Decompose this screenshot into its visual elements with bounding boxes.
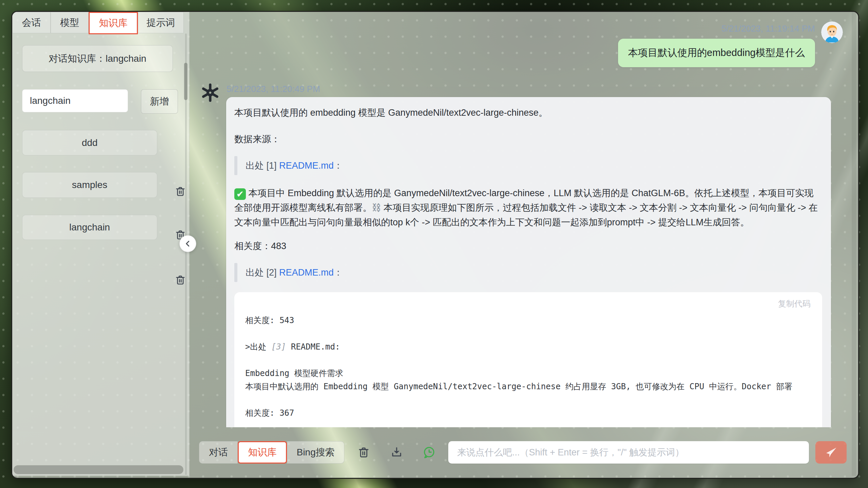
code-line: 本项目中默认选用的 Embedding 模型 GanymedeNil/text2…	[245, 380, 809, 393]
current-knowledge-base-button[interactable]: 对话知识库：langchain	[22, 45, 173, 72]
source-suffix: ：	[334, 161, 343, 171]
mode-chat-button[interactable]: 对话	[199, 441, 238, 464]
knowledge-base-name-input[interactable]	[22, 89, 128, 112]
tab-conversation[interactable]: 会话	[12, 12, 51, 33]
user-message-timestamp: 5/21/2023, 11:19:14 PM	[721, 23, 815, 34]
mode-bing-search-button[interactable]: Bing搜索	[287, 441, 344, 464]
clear-conversation-button[interactable]	[357, 446, 370, 459]
clock-icon	[422, 446, 436, 459]
quote-bar	[234, 263, 237, 282]
data-source-label: 数据来源：	[234, 132, 822, 146]
mode-knowledge-base-button[interactable]: 知识库	[238, 441, 287, 464]
add-knowledge-base-button[interactable]: 新增	[141, 89, 178, 114]
tab-prompts[interactable]: 提示词	[138, 12, 184, 33]
source-prefix: 出处 [2]	[246, 267, 279, 278]
code-block: 复制代码 相关度: 543 >出处 [3] README.md: Embeddi…	[234, 292, 822, 427]
message-input[interactable]	[448, 441, 809, 464]
app-window: 会话 模型 知识库 提示词 对话知识库：langchain 新增 ddd sam…	[11, 11, 859, 479]
delete-kb-samples-button[interactable]	[174, 185, 186, 198]
readme-link[interactable]: README.md	[279, 267, 334, 278]
tab-knowledge-base[interactable]: 知识库	[89, 12, 138, 34]
kb-item-ddd[interactable]: ddd	[22, 130, 157, 155]
avatar	[821, 21, 843, 43]
tab-model[interactable]: 模型	[51, 12, 89, 33]
sidebar-scrollbar-thumb[interactable]	[184, 63, 187, 100]
source-excerpt-paragraph: ✔ 本项目中 Embedding 默认选用的是 GanymedeNil/text…	[234, 186, 822, 230]
answer-paragraph: 本项目默认使用的 embedding 模型是 GanymedeNil/text2…	[234, 106, 822, 119]
assistant-message-timestamp: 5/21/2023, 11:20:49 PM	[227, 84, 320, 94]
message-list: 5/21/2023, 11:19:14 PM	[189, 12, 852, 427]
source-prefix: 出处 [1]	[246, 161, 279, 171]
sidebar-horizontal-scrollbar[interactable]	[14, 465, 183, 474]
sidebar-collapse-button[interactable]	[179, 235, 196, 252]
code-line-blank	[245, 393, 809, 407]
copy-code-button[interactable]: 复制代码	[778, 298, 811, 309]
readme-link[interactable]: README.md	[279, 161, 334, 171]
code-line: 相关度: 367	[245, 407, 809, 420]
delete-kb-button[interactable]	[174, 274, 186, 286]
quote-bar	[234, 156, 237, 175]
history-clock-button[interactable]	[422, 446, 436, 459]
chevron-left-icon	[183, 239, 193, 248]
assistant-message-card: 本项目默认使用的 embedding 模型是 GanymedeNil/text2…	[226, 97, 831, 427]
send-button[interactable]	[815, 441, 847, 464]
code-line: 相关度: 543	[245, 314, 809, 327]
code-line: >出处 [3] README.md:	[245, 340, 809, 354]
kb-item-samples[interactable]: samples	[22, 172, 157, 198]
code-line-blank	[245, 354, 809, 367]
source-suffix: ：	[334, 267, 343, 278]
source-quote-2: 出处 [2] README.md：	[234, 263, 822, 282]
desktop-background: 会话 模型 知识库 提示词 对话知识库：langchain 新增 ddd sam…	[0, 0, 868, 488]
code-line-blank	[245, 327, 809, 340]
check-icon: ✔	[234, 188, 246, 200]
trash-icon	[357, 446, 370, 459]
chain-icon: ⛓	[372, 203, 381, 213]
kb-item-langchain[interactable]: langchain	[22, 215, 157, 240]
source-quote-1: 出处 [1] README.md：	[234, 156, 822, 175]
trash-icon	[174, 274, 186, 286]
openai-logo-icon	[199, 82, 221, 104]
relevance-score: 相关度：483	[234, 239, 822, 253]
sidebar	[12, 12, 189, 476]
send-plane-icon	[824, 445, 838, 459]
export-download-button[interactable]	[390, 446, 403, 459]
trash-icon	[174, 185, 186, 198]
code-line: Embedding 模型硬件需求	[245, 367, 809, 380]
chat-scrollbar-track[interactable]	[852, 12, 856, 476]
download-icon	[390, 446, 403, 459]
user-message-bubble: 本项目默认使用的embedding模型是什么	[618, 39, 815, 67]
